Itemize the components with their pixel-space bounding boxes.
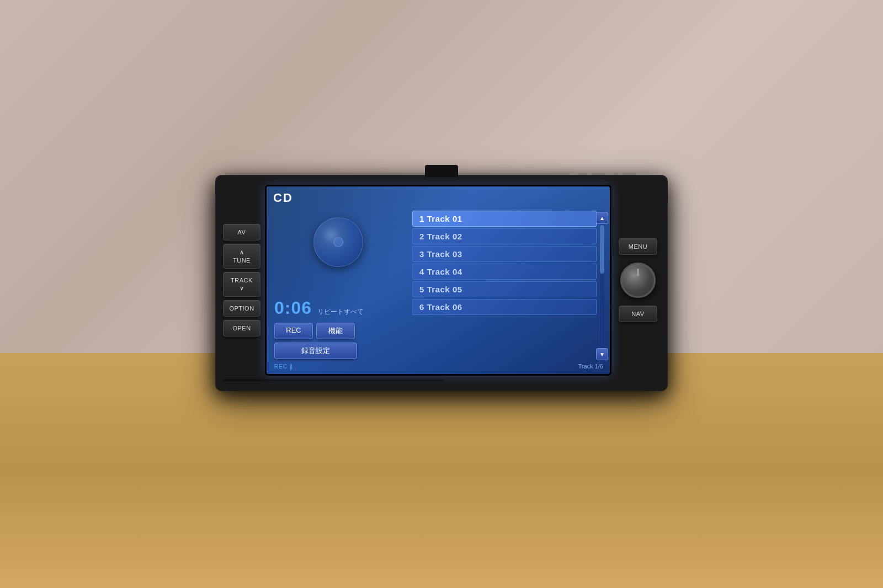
track-label: TRACK [231,277,253,284]
nav-button[interactable]: NAV [619,306,657,322]
track-list-wrapper: 1 Track 012 Track 023 Track 034 Track 04… [412,211,605,361]
unit-container: AV ∧ TUNE TRACK ∨ OPTION OPEN CD [215,175,668,391]
knob-container [620,263,656,298]
track-list: 1 Track 012 Track 023 Track 034 Track 04… [412,211,597,361]
car-audio-device: AV ∧ TUNE TRACK ∨ OPTION OPEN CD [215,175,668,391]
scroll-up-button[interactable]: ▲ [596,212,608,224]
right-panel: MENU NAV [616,238,660,322]
tune-up-icon: ∧ [240,249,244,256]
mode-title: CD [273,191,293,205]
tune-button[interactable]: ∧ TUNE [223,244,260,269]
scroll-down-button[interactable]: ▼ [596,348,608,360]
main-screen: CD 0:06 リピートすべて [267,186,610,374]
rec-indicator: REC ‖ [274,364,402,370]
track-item[interactable]: 6 Track 06 [412,299,597,315]
screen-header: CD [267,186,610,207]
disc-visual [313,217,363,267]
track-item[interactable]: 4 Track 04 [412,264,597,280]
screen-left: 0:06 リピートすべて REC 機能 録音設定 [267,207,410,374]
scroll-thumb [600,225,604,274]
track-info: Track 1/6 [412,363,605,371]
left-panel: AV ∧ TUNE TRACK ∨ OPTION OPEN [223,224,260,336]
screen-content: 0:06 リピートすべて REC 機能 録音設定 [267,207,610,374]
rec-settings-button[interactable]: 録音設定 [274,343,357,359]
scroll-track [600,225,604,347]
tune-label: TUNE [233,257,251,264]
repeat-label: リピートすべて [317,307,364,317]
track-item[interactable]: 2 Track 02 [412,228,597,244]
menu-button[interactable]: MENU [619,238,657,255]
open-button[interactable]: OPEN [223,320,260,336]
track-down-icon: ∨ [240,285,244,292]
scrollbar: ▲ ▼ [599,211,605,361]
time-section: 0:06 リピートすべて REC 機能 録音設定 [274,298,402,370]
rec-button[interactable]: REC [274,323,313,339]
track-item[interactable]: 5 Track 05 [412,281,597,297]
control-buttons: REC 機能 録音設定 REC ‖ [274,323,402,370]
btn-row-2: 録音設定 [274,343,402,359]
device-inner: AV ∧ TUNE TRACK ∨ OPTION OPEN CD [223,185,660,376]
btn-row-1: REC 機能 [274,323,402,339]
track-button[interactable]: TRACK ∨ [223,272,260,297]
disc-container [274,212,402,272]
screen-wrapper: CD 0:06 リピートすべて [265,185,611,376]
cd-slot[interactable] [223,379,444,381]
track-item[interactable]: 3 Track 03 [412,246,597,262]
option-button[interactable]: OPTION [223,300,260,317]
elapsed-time: 0:06 [274,298,312,318]
track-item[interactable]: 1 Track 01 [412,211,597,227]
screen-right: 1 Track 012 Track 023 Track 034 Track 04… [410,207,610,374]
func-button[interactable]: 機能 [316,323,355,339]
av-button[interactable]: AV [223,224,260,240]
volume-knob[interactable] [620,263,656,298]
time-row: 0:06 リピートすべて [274,298,402,318]
